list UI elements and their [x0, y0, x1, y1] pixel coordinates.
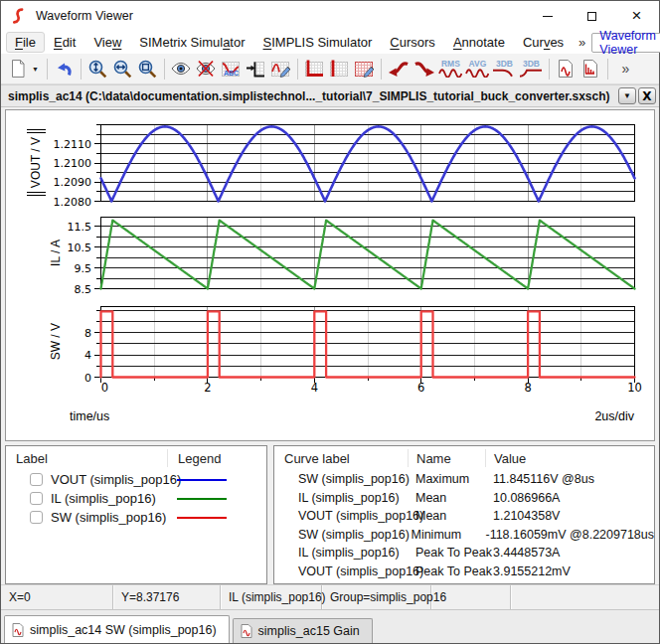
next-curve-button[interactable]	[412, 56, 437, 81]
x-tick-label: 10	[627, 381, 642, 395]
y-axis-label-vout[interactable]: VOUT / V	[24, 124, 48, 201]
x-tick-label: 4	[311, 381, 318, 395]
chevron-down-icon[interactable]: ▼	[30, 66, 43, 73]
status-y-coordinate: Y=8.37176	[113, 585, 221, 609]
document-tab[interactable]: simplis_ac14 SW (simplis_pop16)	[4, 615, 230, 643]
zoom-rect-button[interactable]	[135, 56, 160, 81]
axis-selected-rule	[27, 129, 46, 133]
menu-curves[interactable]: Curves	[514, 32, 573, 53]
y-tick-label: 8.5	[75, 283, 92, 296]
curve-visibility-checkbox[interactable]	[30, 492, 43, 505]
document-tab-bar: simplis_ac14 SW (simplis_pop16)simplis_a…	[1, 609, 659, 643]
legend-color-line	[177, 498, 227, 500]
document-tab-label: simplis_ac15 Gain	[258, 624, 360, 638]
y-axis-label-il[interactable]: IL / A	[44, 217, 68, 288]
measurement-row[interactable]: SW (simplis_pop16)Maximum11.845116V @8us	[274, 470, 654, 489]
undo-button[interactable]	[52, 56, 77, 81]
y-tick-label: 11.5	[68, 221, 92, 234]
zoom-x-icon	[112, 59, 132, 79]
zoom-y-icon	[87, 59, 107, 79]
legend-row[interactable]: IL (simplis_pop16)	[6, 489, 266, 508]
undo-icon	[54, 59, 74, 79]
measurement-value: 11.845116V @8us	[493, 472, 654, 486]
window-controls: ×	[525, 1, 659, 31]
edit-grid-button[interactable]	[352, 56, 377, 81]
zoom-y-button[interactable]	[85, 56, 110, 81]
curve-visibility-checkbox[interactable]	[30, 511, 43, 524]
db3-lowpass-button[interactable]: 3DB	[491, 56, 518, 81]
y-axis-label-sw[interactable]: SW / V	[44, 306, 68, 377]
status-group-name: Group=simplis_pop16	[322, 585, 431, 609]
graph-tab-title[interactable]: simplis_ac14 (C:\data\documentation.simp…	[8, 89, 616, 103]
measurement-name: Maximum	[415, 472, 493, 486]
y-tick-label: 8	[84, 327, 91, 340]
measurement-value: 3.4448573A	[493, 546, 654, 560]
rms-text: RMS	[441, 60, 460, 69]
x-tick-label: 6	[417, 381, 424, 395]
maximize-icon	[587, 12, 596, 21]
minimize-button[interactable]	[525, 1, 570, 31]
waveform-plot-area[interactable]: time/us 2us/div 1.21101.21001.20901.2080…	[5, 109, 655, 441]
measurement-row[interactable]: IL (simplis_pop16)Mean10.086966A	[274, 489, 654, 508]
maximize-button[interactable]	[570, 1, 614, 31]
plot-sw[interactable]: 840	[6, 304, 647, 389]
measurement-name: Peak To Peak	[415, 564, 493, 578]
label-curve-button[interactable]: ABC	[219, 56, 244, 81]
menu-overflow-button[interactable]: »	[573, 35, 591, 50]
show-curve-button[interactable]	[169, 56, 194, 81]
sine-page-button[interactable]	[554, 56, 578, 81]
measurement-row[interactable]: IL (simplis_pop16)Peak To Peak3.4448573A	[274, 544, 654, 563]
y-tick-label: 4	[84, 349, 91, 362]
db3-highpass-button[interactable]: 3DB	[518, 56, 545, 81]
rms-button[interactable]: RMS	[437, 56, 464, 81]
zoom-x-button[interactable]	[110, 56, 135, 81]
page-icon	[8, 59, 28, 79]
measurement-value: 3.9155212mV	[493, 564, 654, 578]
measurement-row[interactable]: VOUT (simplis_pop16)Mean1.2104358V	[274, 507, 654, 526]
status-x-coordinate: X=0	[1, 585, 113, 609]
toolbar-overflow-button[interactable]: »	[612, 56, 639, 81]
page-sine-icon	[556, 59, 576, 79]
graph-tab-close-button[interactable]: X	[638, 87, 656, 104]
window-mode-selector[interactable]: Waveform Viewer ▼	[591, 33, 660, 53]
menu-file[interactable]: File	[6, 32, 45, 53]
titlebar: Waveform Viewer ×	[1, 1, 659, 31]
measurement-name: Minimum	[411, 528, 485, 542]
fft-page-button[interactable]	[578, 56, 603, 81]
plot-vout[interactable]: 1.21101.21001.20901.2080	[6, 122, 647, 213]
menu-edit[interactable]: Edit	[45, 32, 84, 53]
y-tick-label: 9.5	[75, 262, 92, 275]
close-button[interactable]: ×	[614, 1, 659, 31]
measurement-row[interactable]: VOUT (simplis_pop16)Peak To Peak3.915521…	[274, 563, 654, 581]
add-grid-button[interactable]	[327, 56, 352, 81]
document-tab[interactable]: simplis_ac15 Gain	[233, 618, 373, 643]
measurement-row[interactable]: SW (simplis_pop16)Minimum-118.16059mV @8…	[274, 526, 654, 545]
menu-annotate[interactable]: Annotate	[444, 32, 514, 53]
add-axis-button[interactable]	[302, 56, 327, 81]
menu-simplis-simulator[interactable]: SIMPLIS Simulator	[254, 32, 382, 53]
legend-row[interactable]: SW (simplis_pop16)	[6, 508, 266, 527]
eye-icon	[170, 59, 192, 79]
measurement-value: 1.2104358V	[493, 509, 654, 523]
hide-curve-button[interactable]	[194, 56, 219, 81]
legend-curve-label: IL (simplis_pop16)	[51, 491, 156, 506]
curve-visibility-checkbox[interactable]	[30, 473, 43, 486]
previous-curve-button[interactable]	[386, 56, 412, 81]
menu-view[interactable]: View	[84, 32, 130, 53]
bottom-panes: Label Legend VOUT (simplis_pop16)IL (sim…	[5, 445, 655, 584]
dock-curve-button[interactable]	[244, 56, 268, 81]
edit-curve-button[interactable]	[268, 56, 293, 81]
legend-row[interactable]: VOUT (simplis_pop16)	[6, 470, 266, 489]
y-tick-label: 1.2110	[54, 138, 92, 151]
graph-tab-bar: simplis_ac14 (C:\data\documentation.simp…	[1, 84, 659, 107]
menu-cursors[interactable]: Cursors	[381, 32, 444, 53]
avg-button[interactable]: AVG	[464, 56, 491, 81]
new-graph-button[interactable]	[5, 56, 30, 81]
curve-prev-icon	[387, 59, 411, 79]
y-axis-label-text: IL / A	[49, 240, 63, 266]
close-icon: X	[642, 91, 651, 101]
menu-simetrix-simulator[interactable]: SIMetrix Simulator	[130, 32, 253, 53]
graph-tab-dropdown-button[interactable]: ▼	[618, 87, 636, 104]
label-curve-icon: ABC	[221, 59, 241, 79]
plot-il[interactable]: 11.510.59.58.5	[6, 215, 647, 300]
